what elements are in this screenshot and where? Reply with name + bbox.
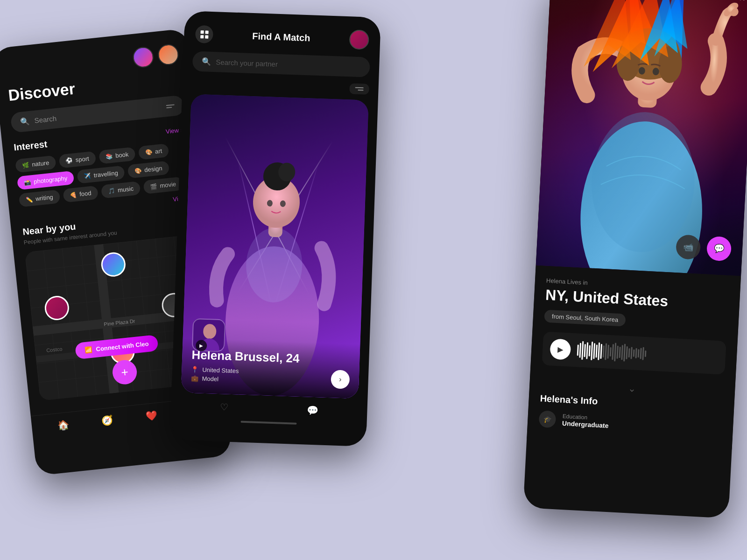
tag-label: food — [79, 189, 92, 198]
match-header: Find A Match — [183, 11, 381, 58]
avatar-1[interactable] — [132, 46, 155, 69]
wave-bar — [595, 345, 597, 358]
grid-menu-button[interactable] — [195, 25, 213, 43]
tag-label: travelling — [93, 169, 118, 179]
wave-bar — [581, 341, 584, 360]
chat-bottom-icon[interactable]: 💬 — [307, 405, 319, 416]
education-info-row: 🎓 Education Undergraduate — [539, 410, 722, 436]
wave-bar — [577, 345, 579, 356]
filter-icon[interactable] — [166, 104, 175, 108]
profile-profession: Model — [202, 375, 218, 383]
wave-bar — [593, 343, 595, 359]
chat-icon: 💬 — [714, 243, 725, 254]
wave-bar — [638, 349, 640, 357]
match-search-input[interactable]: Search your partner — [216, 58, 360, 71]
match-search-icon: 🔍 — [202, 57, 211, 66]
feathers-svg — [546, 0, 747, 80]
movie-icon: 🎬 — [150, 183, 157, 190]
wave-bar — [642, 347, 644, 360]
match-filter-button[interactable] — [349, 83, 369, 94]
design-icon: 🎨 — [134, 167, 142, 174]
tag-label: sport — [75, 155, 89, 163]
tag-label: photography — [34, 175, 68, 185]
wave-bar — [616, 346, 618, 359]
music-icon: 🎵 — [107, 187, 115, 194]
tag-music[interactable]: 🎵 music — [101, 181, 141, 199]
tag-art[interactable]: 🎨 art — [138, 143, 169, 160]
filter-lines-icon — [355, 87, 363, 91]
education-icon: 🎓 — [539, 410, 557, 428]
wave-bar — [635, 348, 637, 358]
play-icon: ▶ — [557, 345, 564, 354]
briefcase-icon: 💼 — [190, 375, 198, 382]
tag-label: movie — [160, 181, 176, 189]
video-icon: 📹 — [683, 242, 694, 252]
tag-label: art — [155, 147, 162, 155]
avatar-2[interactable] — [157, 43, 179, 66]
chat-button[interactable]: 💬 — [706, 236, 732, 262]
nature-icon: 🌿 — [22, 161, 29, 168]
tag-sport[interactable]: ⚽ sport — [58, 151, 96, 168]
profile-info-section: Helena Lives in NY, United States from S… — [527, 265, 741, 449]
wave-bar — [621, 345, 623, 360]
hero-section: ‹ ··· 📹 💬 — [536, 0, 747, 276]
audio-play-button[interactable]: ▶ — [550, 338, 571, 360]
search-icon: 🔍 — [20, 117, 30, 126]
wave-bar — [633, 350, 635, 357]
food-icon: 🍕 — [70, 191, 77, 198]
wave-bar — [619, 347, 621, 358]
interest-title: Interest — [13, 139, 48, 153]
tag-movie[interactable]: 🎬 movie — [143, 176, 183, 194]
tag-label: book — [115, 151, 129, 159]
phone-profile-detail: ‹ ··· 📹 💬 Helena Lives in NY, United Sta… — [523, 0, 747, 518]
wave-bar — [600, 344, 602, 359]
header-avatar[interactable] — [349, 29, 369, 49]
tag-writing[interactable]: ✏️ writing — [19, 189, 60, 207]
wave-bar — [614, 343, 616, 362]
wave-bar — [628, 348, 630, 357]
wave-bar — [584, 344, 586, 357]
wave-bar — [630, 347, 632, 359]
tag-book[interactable]: 📚 book — [99, 147, 136, 164]
wave-bar — [586, 343, 588, 359]
wave-bar — [623, 344, 626, 362]
video-call-button[interactable]: 📹 — [676, 234, 701, 260]
tag-food[interactable]: 🍕 food — [63, 186, 99, 203]
profile-card: Helena Brussel, 24 📍 United States 💼 Mod… — [181, 94, 369, 399]
audio-player: ▶ — [542, 332, 726, 375]
wave-bar — [645, 350, 647, 357]
action-buttons: 📹 💬 — [676, 234, 732, 261]
wave-bar — [610, 347, 612, 357]
search-input[interactable]: Search — [34, 103, 162, 125]
art-icon: 🎨 — [145, 148, 152, 155]
profile-profession-row: 💼 Model — [190, 375, 299, 385]
tag-label: design — [144, 165, 163, 174]
more-options-button[interactable]: ··· — [735, 0, 747, 5]
profile-location: United States — [202, 366, 239, 375]
tag-photography[interactable]: 📸 photography — [17, 171, 75, 190]
tag-nature[interactable]: 🌿 nature — [15, 155, 56, 173]
wifi-icon: 📶 — [85, 346, 92, 354]
location-pin-icon: 📍 — [191, 366, 199, 373]
wave-bar — [589, 345, 591, 357]
book-icon: 📚 — [106, 153, 113, 160]
tag-label: nature — [32, 159, 49, 168]
wave-bar — [612, 344, 614, 360]
tag-travelling[interactable]: ✈️ travelling — [77, 165, 126, 183]
home-nav-icon[interactable]: 🏠 — [57, 419, 70, 431]
wave-bar — [607, 345, 609, 359]
heart-bottom-icon[interactable]: ♡ — [219, 401, 228, 413]
from-badge: from Seoul, South Korea — [544, 310, 626, 327]
tag-design[interactable]: 🎨 design — [127, 161, 169, 178]
tag-label: writing — [35, 194, 53, 203]
tag-label: music — [117, 185, 134, 194]
wave-bar — [626, 346, 627, 359]
wave-bar — [579, 343, 581, 358]
compass-nav-icon[interactable]: 🧭 — [101, 414, 113, 427]
travelling-icon: ✈️ — [84, 172, 91, 179]
grid-dots-icon — [200, 30, 209, 39]
phone-find-match: Find A Match 🔍 Search your partner — [170, 11, 381, 447]
wave-bar — [598, 343, 600, 360]
heart-nav-icon[interactable]: ❤️ — [145, 410, 158, 422]
connect-label: Connect with Cleo — [96, 340, 149, 353]
